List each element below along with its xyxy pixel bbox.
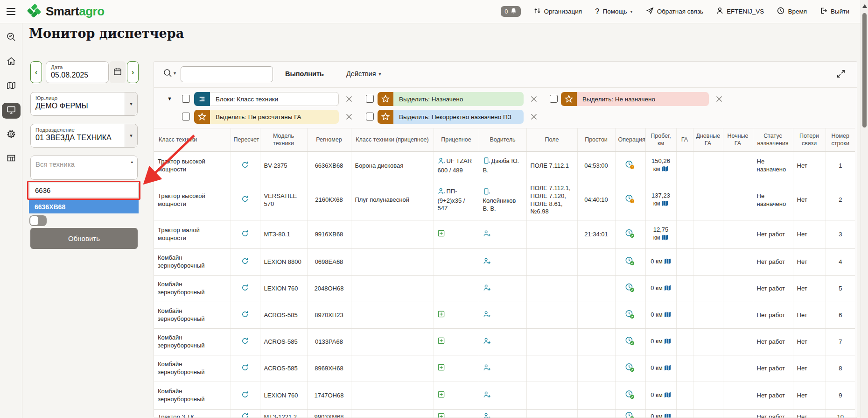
driver-terminal-icon[interactable] bbox=[483, 188, 490, 198]
next-date-button[interactable]: › bbox=[127, 61, 139, 83]
refresh-button[interactable]: Обновить bbox=[30, 228, 138, 249]
add-implement-icon[interactable] bbox=[438, 391, 445, 400]
table-row[interactable]: Комбайн зерноуборочныйLEXION 7601747ОН68… bbox=[154, 382, 855, 410]
track-map-icon[interactable] bbox=[661, 200, 668, 209]
page-scrollbar[interactable] bbox=[861, 0, 868, 418]
column-header[interactable]: Класс техники (прицепное) bbox=[351, 128, 434, 152]
filter-checkbox-blocks[interactable] bbox=[182, 95, 190, 103]
organization-menu[interactable]: Организация bbox=[534, 7, 582, 16]
notifications-badge[interactable]: 0 bbox=[501, 6, 520, 17]
operation-status-warning-icon[interactable] bbox=[625, 160, 635, 172]
track-map-icon[interactable] bbox=[664, 413, 671, 418]
column-header[interactable]: Поле bbox=[526, 128, 577, 152]
division-dropdown-chevron-icon[interactable]: ▾ bbox=[125, 124, 137, 147]
column-header[interactable]: Номер строки bbox=[826, 128, 855, 152]
recalc-refresh-icon[interactable] bbox=[241, 364, 249, 374]
add-implement-icon[interactable] bbox=[438, 337, 445, 347]
add-implement-icon[interactable] bbox=[438, 230, 445, 239]
filter-chip-blocks[interactable]: Блоки: Класс техники bbox=[194, 92, 339, 106]
collapse-triangle-icon[interactable]: ▼ bbox=[167, 96, 172, 101]
assign-driver-icon[interactable] bbox=[483, 391, 491, 401]
table-row[interactable]: Трактор малой мощностиМТЗ-80.19916ХВ6821… bbox=[154, 220, 855, 249]
actions-menu[interactable]: Действия▾ bbox=[346, 70, 381, 78]
grid-search-input[interactable] bbox=[181, 66, 273, 82]
track-map-icon[interactable] bbox=[664, 258, 671, 267]
column-header[interactable]: Модель техники bbox=[260, 128, 307, 152]
operation-status-warning-icon[interactable] bbox=[625, 194, 635, 206]
recalc-refresh-icon[interactable] bbox=[241, 391, 249, 401]
scrollbar-thumb[interactable] bbox=[862, 13, 867, 128]
toggle-switch[interactable] bbox=[29, 215, 47, 226]
table-row[interactable]: Трактор 3 ТКМТЗ-1221.29903ХМ680 кмНет ра… bbox=[154, 410, 855, 418]
filter-checkbox-assigned[interactable] bbox=[366, 95, 374, 103]
recalc-refresh-icon[interactable] bbox=[241, 195, 249, 205]
assign-driver-icon[interactable] bbox=[483, 284, 491, 294]
recalc-refresh-icon[interactable] bbox=[241, 230, 249, 240]
table-row[interactable]: Трактор высокой мощностиBV-23756636ХВ68Б… bbox=[154, 152, 855, 180]
tech-suggestion-option[interactable]: 6636ХВ68 bbox=[29, 200, 139, 213]
remove-filter-no-ga-icon[interactable] bbox=[345, 113, 353, 121]
column-header[interactable]: ГА bbox=[676, 128, 693, 152]
table-row[interactable]: Трактор высокой мощностиVERSATILE 570216… bbox=[154, 180, 855, 220]
table-row[interactable]: Комбайн зерноуборочныйLEXION 7602048ОН68… bbox=[154, 276, 855, 302]
operation-status-ok-icon[interactable] bbox=[625, 390, 635, 402]
operation-status-ok-icon[interactable] bbox=[625, 256, 635, 268]
recalc-refresh-icon[interactable] bbox=[241, 161, 249, 171]
recalc-refresh-icon[interactable] bbox=[241, 257, 249, 267]
filter-chip-incorrect[interactable]: Выделить: Некорректно назначено ПЗ bbox=[378, 110, 524, 124]
track-map-icon[interactable] bbox=[664, 365, 671, 373]
date-field[interactable]: Дата 05.08.2025 bbox=[46, 61, 109, 83]
sidebar-item-monitor[interactable] bbox=[2, 103, 21, 119]
help-menu[interactable]: ? Помощь ▾ bbox=[595, 7, 633, 16]
add-implement-icon[interactable] bbox=[438, 364, 445, 373]
filter-chip-no-ga[interactable]: Выделить: Не рассчитаны ГА bbox=[194, 110, 339, 124]
sidebar-item-map[interactable] bbox=[2, 78, 21, 94]
scroll-up-icon[interactable] bbox=[862, 1, 867, 10]
time-menu[interactable]: Время bbox=[777, 7, 807, 16]
assign-driver-icon[interactable] bbox=[483, 230, 491, 240]
operation-status-ok-icon[interactable] bbox=[625, 283, 635, 295]
track-map-icon[interactable] bbox=[664, 392, 671, 400]
column-header[interactable]: Операция bbox=[615, 128, 645, 152]
operation-status-ok-icon[interactable] bbox=[625, 363, 635, 375]
sidebar-item-settings[interactable] bbox=[2, 127, 21, 143]
column-header[interactable]: Потери связи bbox=[793, 128, 826, 152]
column-header[interactable]: Простои bbox=[577, 128, 615, 152]
maximize-icon[interactable] bbox=[836, 69, 846, 80]
assign-driver-icon[interactable] bbox=[483, 337, 491, 347]
legal-entity-select[interactable]: Юр.лицо ДЕМО ФЕРМЫ ▾ bbox=[30, 92, 138, 116]
assign-driver-icon[interactable] bbox=[483, 311, 491, 320]
table-row[interactable]: Комбайн зерноуборочныйACROS-5850133РА680… bbox=[154, 329, 855, 355]
calendar-button[interactable] bbox=[110, 61, 126, 83]
track-map-icon[interactable] bbox=[661, 234, 668, 243]
operation-status-ok-icon[interactable] bbox=[625, 411, 635, 418]
implement-person-icon[interactable] bbox=[438, 157, 446, 167]
table-row[interactable]: Комбайн зерноуборочныйLEXION 88000698ЕА6… bbox=[154, 249, 855, 276]
column-header[interactable]: Водитель bbox=[479, 128, 526, 152]
column-header[interactable]: Ночные ГА bbox=[723, 128, 753, 152]
prev-date-button[interactable]: ‹ bbox=[30, 61, 42, 83]
filter-checkbox-incorrect[interactable] bbox=[366, 113, 374, 120]
column-header[interactable]: Прицепное bbox=[434, 128, 479, 152]
remove-filter-not-assigned-icon[interactable] bbox=[715, 95, 723, 103]
track-map-icon[interactable] bbox=[664, 312, 671, 320]
assign-driver-icon[interactable] bbox=[483, 412, 491, 418]
filter-chip-not-assigned[interactable]: Выделить: Не назначено bbox=[561, 92, 709, 106]
column-header[interactable]: Дневные ГА bbox=[693, 128, 723, 152]
legal-entity-dropdown-chevron-icon[interactable]: ▾ bbox=[125, 92, 137, 115]
sidebar-item-analytics[interactable] bbox=[2, 30, 21, 46]
operation-status-ok-icon[interactable] bbox=[625, 310, 635, 321]
remove-filter-blocks-icon[interactable] bbox=[345, 95, 353, 103]
track-map-icon[interactable] bbox=[664, 338, 671, 347]
recalc-refresh-icon[interactable] bbox=[241, 337, 249, 347]
add-implement-icon[interactable] bbox=[438, 413, 445, 418]
column-header[interactable]: Пробег, км bbox=[645, 128, 676, 152]
operation-status-ok-icon[interactable] bbox=[625, 336, 635, 348]
division-select[interactable]: Подразделение 01 ЗВЕЗДА ТЕХНИКА ▾ bbox=[30, 124, 138, 148]
filter-chip-assigned[interactable]: Выделить: Назначено bbox=[378, 92, 524, 106]
recalc-refresh-icon[interactable] bbox=[241, 284, 249, 294]
column-header[interactable]: Статус назначения bbox=[753, 128, 793, 152]
recalc-refresh-icon[interactable] bbox=[241, 412, 249, 418]
recalc-refresh-icon[interactable] bbox=[241, 311, 249, 320]
filter-checkbox-no-ga[interactable] bbox=[182, 113, 190, 120]
